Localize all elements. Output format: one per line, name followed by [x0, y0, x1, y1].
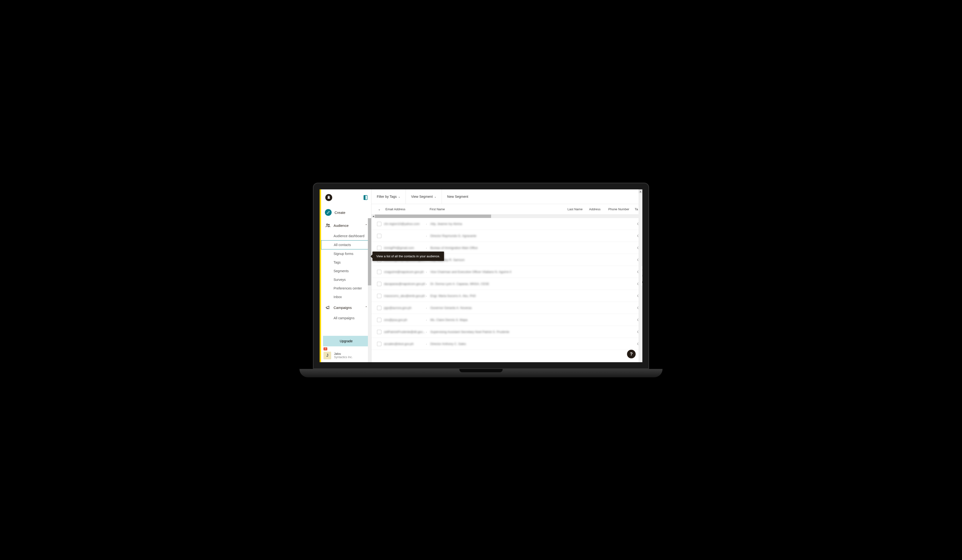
column-last-name[interactable]: Last Name: [567, 208, 589, 211]
horizontal-scrollbar[interactable]: ◀ ▶: [371, 215, 642, 218]
user-name: Jalou: [334, 352, 352, 356]
nav-audience[interactable]: Audience ⌃: [321, 219, 371, 232]
cell-first-name: Dr. Donna Lynn A. Caparas, MNSA, CESE: [430, 282, 635, 286]
cell-email: immigPH@gmail.com: [384, 246, 426, 249]
toolbar: Filter by Tags ⌄ View Segment ⌄ New Segm…: [371, 189, 642, 204]
sidebar-item-tags[interactable]: Tags: [321, 258, 371, 267]
mailchimp-logo[interactable]: [325, 194, 333, 201]
sidebar-item-all-campaigns[interactable]: All campaigns: [321, 314, 371, 322]
user-account-menu[interactable]: 7 J Jalou Syntactics Inc.: [321, 349, 371, 362]
sidebar: Create Audience ⌃ Audience dashboard All…: [321, 189, 371, 362]
row-checkbox[interactable]: [377, 342, 381, 346]
svg-point-1: [328, 196, 328, 197]
cell-first-name: Director Raymundo G. Agravante: [430, 234, 635, 238]
column-first-name[interactable]: First Name: [429, 208, 567, 211]
row-checkbox[interactable]: [377, 330, 381, 334]
scroll-up-icon[interactable]: ▲: [639, 189, 642, 193]
cell-first-name: Ms. Claire Dennis S. Mapa: [430, 318, 635, 322]
view-segment-dropdown[interactable]: View Segment ⌄: [406, 189, 442, 204]
chevron-down-icon: ⌄: [378, 208, 381, 211]
table-row[interactable]: chr.region10@yahoo.com›Atty. Jeanne Ivy …: [371, 218, 642, 230]
table-row[interactable]: vnaguirre@napolcom.gov.ph›Vice Chairman …: [371, 266, 642, 278]
sidebar-item-inbox[interactable]: Inbox: [321, 293, 371, 301]
scroll-left-icon[interactable]: ◀: [371, 215, 375, 218]
megaphone-icon: [325, 304, 331, 311]
table-row[interactable]: masocorro_abu@emb.gov.ph›Engr. Maria Soc…: [371, 290, 642, 302]
nav-campaigns[interactable]: Campaigns ⌃: [321, 301, 371, 314]
chevron-right-icon[interactable]: ›: [426, 235, 430, 237]
chevron-right-icon[interactable]: ›: [426, 307, 430, 309]
nav-campaigns-label: Campaigns: [334, 306, 352, 310]
chevron-right-icon[interactable]: ›: [426, 283, 430, 285]
cell-first-name: Engr. Maria Socorro A. Abu, PhD: [430, 294, 635, 298]
chevron-right-icon[interactable]: ›: [426, 246, 430, 249]
contacts-table-body: chr.region10@yahoo.com›Atty. Jeanne Ivy …: [371, 218, 642, 362]
cell-email: acsales@dost.gov.ph: [384, 342, 426, 346]
row-checkbox[interactable]: [377, 282, 381, 286]
nav-audience-label: Audience: [334, 224, 349, 228]
main-content: Filter by Tags ⌄ View Segment ⌄ New Segm…: [371, 189, 642, 362]
sidebar-item-signup-forms[interactable]: Signup forms: [321, 249, 371, 258]
chevron-right-icon[interactable]: ›: [426, 343, 430, 345]
table-row[interactable]: ›Director Raymundo G. AgravanteC: [371, 230, 642, 242]
avatar: J: [323, 352, 331, 359]
sidebar-scrollbar[interactable]: [368, 218, 371, 362]
sidebar-item-all-contacts[interactable]: All contacts: [321, 240, 371, 249]
upgrade-button[interactable]: Upgrade: [323, 336, 369, 346]
svg-point-3: [327, 224, 328, 225]
cell-first-name: Atty. Monday R. Samson: [430, 258, 635, 262]
cell-first-name: Governor Gerardo A. Noveras: [430, 306, 635, 310]
svg-point-4: [328, 224, 329, 225]
column-address[interactable]: Address: [589, 208, 608, 211]
sidebar-item-preferences-center[interactable]: Preferences center: [321, 284, 371, 293]
table-row[interactable]: dacaparas@napolcom.gov.ph›Dr. Donna Lynn…: [371, 278, 642, 290]
feedback-tab[interactable]: Feedback: [641, 266, 642, 286]
cell-first-name: Bureau of Immigration Main Office: [430, 246, 635, 249]
app-viewport: Create Audience ⌃ Audience dashboard All…: [320, 189, 642, 362]
chevron-right-icon[interactable]: ›: [426, 330, 430, 333]
nav-create[interactable]: Create: [321, 206, 371, 219]
table-row[interactable]: acsales@dost.gov.ph›Director Anthony C. …: [371, 338, 642, 350]
table-row[interactable]: oelPatrickPrudente@dti.gov...›Supervisin…: [371, 326, 642, 338]
row-checkbox[interactable]: [377, 222, 381, 226]
chevron-right-icon[interactable]: ›: [426, 319, 430, 322]
row-checkbox[interactable]: [377, 270, 381, 274]
chevron-down-icon: ⌄: [434, 195, 436, 198]
chevron-right-icon[interactable]: ›: [426, 270, 430, 274]
cell-first-name: Director Anthony C. Sales: [430, 342, 635, 346]
help-button[interactable]: ?: [627, 350, 636, 358]
select-all-dropdown[interactable]: ⌄: [374, 208, 384, 211]
audience-icon: [325, 222, 331, 228]
column-phone[interactable]: Phone Number: [608, 208, 635, 211]
cell-email: ons@psa.gov.ph: [384, 318, 426, 322]
filter-by-tags-dropdown[interactable]: Filter by Tags ⌄: [371, 189, 406, 204]
cell-email: oelPatrickPrudente@dti.gov...: [384, 330, 426, 334]
cell-first-name: Vice Chairman and Executive Officer Vita…: [430, 270, 635, 274]
cell-email: pgo@aurora.gov.ph: [384, 306, 426, 310]
column-email[interactable]: Email Address: [384, 208, 429, 211]
cell-email: dacaparas@napolcom.gov.ph: [384, 282, 426, 286]
row-checkbox[interactable]: [377, 318, 381, 322]
chevron-right-icon[interactable]: ›: [426, 294, 430, 298]
row-checkbox[interactable]: [377, 294, 381, 298]
pencil-icon: [325, 209, 332, 216]
cell-first-name: Atty. Jeanne Ivy Abrina: [430, 222, 635, 225]
row-checkbox[interactable]: [377, 246, 381, 250]
new-segment-button[interactable]: New Segment: [442, 189, 473, 204]
table-row[interactable]: pgo@aurora.gov.ph›Governor Gerardo A. No…: [371, 302, 642, 314]
chevron-up-icon: ⌃: [365, 306, 367, 309]
row-checkbox[interactable]: [377, 234, 381, 238]
sidebar-item-surveys[interactable]: Surveys: [321, 275, 371, 284]
cell-email: vnaguirre@napolcom.gov.ph: [384, 270, 426, 274]
chevron-right-icon[interactable]: ›: [426, 222, 430, 225]
collapse-sidebar-icon[interactable]: [363, 195, 367, 200]
chevron-up-icon: ⌃: [365, 224, 367, 227]
user-org: Syntactics Inc.: [334, 356, 352, 359]
tooltip-all-contacts: View a list of all the contacts in your …: [373, 251, 444, 261]
sidebar-item-segments[interactable]: Segments: [321, 267, 371, 275]
row-checkbox[interactable]: [377, 306, 381, 310]
sidebar-item-audience-dashboard[interactable]: Audience dashboard: [321, 232, 371, 240]
table-row[interactable]: ons@psa.gov.ph›Ms. Claire Dennis S. Mapa…: [371, 314, 642, 326]
table-header: ⌄ Email Address First Name Last Name Add…: [371, 204, 642, 215]
nav-create-label: Create: [334, 211, 345, 215]
